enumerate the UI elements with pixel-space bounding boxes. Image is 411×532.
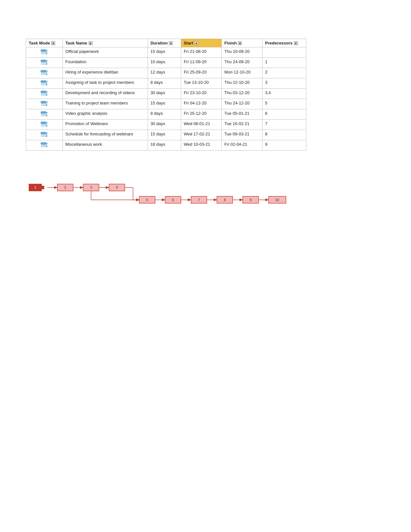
duration-cell: 15 days: [148, 130, 181, 140]
svg-marker-49: [46, 133, 47, 134]
svg-rect-30: [41, 101, 46, 103]
svg-marker-53: [46, 136, 47, 137]
task-mode-cell: [26, 99, 63, 109]
task-mode-cell: [26, 89, 63, 99]
nd-edge-3-5: [91, 191, 140, 200]
network-diagram: 1 2 3 4 5 6 7: [26, 176, 316, 215]
duration-cell: 15 days: [148, 99, 181, 109]
predecessors-cell: 5: [262, 99, 306, 109]
task-mode-cell: [26, 58, 63, 68]
finish-cell: Tue 05-01-21: [222, 109, 262, 120]
svg-text:3: 3: [90, 185, 92, 189]
sort-finish[interactable]: ▼: [238, 41, 242, 45]
col-header-duration: Duration ▼: [148, 39, 181, 47]
col-header-finish: Finish ▼: [222, 39, 262, 47]
finish-cell: Thu 24-09-20: [222, 58, 262, 68]
predecessors-cell: 6: [262, 109, 306, 120]
finish-cell: Thu 24-12-20: [222, 99, 262, 109]
sort-task-name[interactable]: ▼: [89, 41, 93, 45]
svg-marker-23: [46, 84, 47, 85]
svg-text:2: 2: [64, 185, 66, 189]
svg-marker-27: [46, 93, 47, 94]
finish-cell: Thu 10-09-20: [222, 47, 262, 58]
duration-cell: 15 days: [148, 47, 181, 58]
svg-marker-57: [46, 145, 47, 146]
svg-marker-59: [46, 146, 47, 147]
svg-text:10: 10: [275, 198, 279, 202]
duration-cell: 10 days: [148, 58, 181, 68]
svg-rect-6: [41, 60, 46, 62]
task-mode-icon: [41, 61, 48, 66]
sort-duration[interactable]: ▼: [169, 41, 173, 45]
svg-text:9: 9: [250, 198, 252, 202]
task-name-cell: Development and recording of videos: [63, 89, 148, 99]
table-row: Development and recording of videos30 da…: [26, 89, 306, 99]
svg-marker-47: [46, 125, 47, 127]
task-mode-icon: [41, 144, 48, 149]
duration-cell: 30 days: [148, 89, 181, 99]
svg-marker-55: [46, 143, 47, 144]
col-header-start: Start ▼: [181, 39, 221, 47]
task-name-cell: Training to project team members: [63, 99, 148, 109]
task-mode-icon: [41, 72, 48, 76]
task-mode-icon: [41, 133, 48, 138]
finish-cell: Fri 02-04-21: [222, 140, 262, 151]
svg-marker-37: [46, 112, 47, 113]
table-row: Schedule for forecasting of webinars15 d…: [26, 130, 306, 140]
nd-edge-4-5: [125, 188, 139, 200]
svg-rect-18: [41, 81, 46, 83]
svg-marker-33: [46, 103, 47, 105]
svg-rect-36: [41, 112, 46, 113]
table-row: Official paperwork15 daysFri 21-08-20Thu…: [26, 47, 306, 58]
svg-marker-19: [46, 81, 47, 82]
svg-text:4: 4: [116, 185, 118, 189]
table-row: Training to project team members15 daysF…: [26, 99, 306, 109]
task-mode-icon: [41, 113, 48, 118]
start-cell: Wed 17-02-21: [181, 130, 221, 140]
svg-marker-51: [46, 134, 47, 136]
svg-marker-21: [46, 83, 47, 84]
svg-marker-1: [46, 50, 47, 51]
svg-rect-12: [41, 70, 46, 72]
svg-marker-7: [46, 60, 47, 62]
nd-nub-1: [42, 186, 44, 189]
svg-marker-3: [46, 52, 47, 53]
predecessors-cell: 3,4: [262, 89, 306, 99]
svg-marker-35: [46, 105, 47, 106]
svg-text:6: 6: [172, 198, 174, 202]
predecessors-cell: 3: [262, 78, 306, 89]
task-name-cell: Video graphic analysis: [63, 109, 148, 120]
sort-task-mode[interactable]: ▼: [51, 41, 55, 45]
start-cell: Fri 21-08-20: [181, 47, 221, 58]
svg-text:1: 1: [34, 185, 36, 189]
svg-marker-43: [46, 122, 47, 123]
sort-predecessors[interactable]: ▼: [294, 41, 298, 45]
svg-text:7: 7: [198, 198, 200, 202]
table-row: Foundation10 daysFri 11-09-20Thu 24-09-2…: [26, 58, 306, 68]
svg-rect-24: [41, 91, 46, 93]
start-cell: Fri 23-10-20: [181, 89, 221, 99]
task-mode-icon: [41, 123, 48, 128]
task-mode-icon: [41, 92, 48, 97]
svg-rect-54: [41, 143, 46, 144]
svg-rect-0: [41, 50, 46, 52]
task-mode-cell: [26, 109, 63, 120]
finish-cell: Thu 03-12-20: [222, 89, 262, 99]
task-name-cell: Miscellaneous work: [63, 140, 148, 151]
finish-cell: Mon 12-10-20: [222, 68, 262, 78]
task-name-cell: Assigning of task to project members: [63, 78, 148, 89]
start-cell: Tue 13-10-20: [181, 78, 221, 89]
svg-rect-42: [41, 122, 46, 124]
task-name-cell: Hiring of experience dietitian: [63, 68, 148, 78]
sort-start[interactable]: ▼: [195, 41, 199, 45]
predecessors-cell: 7: [262, 120, 306, 130]
svg-marker-15: [46, 73, 47, 74]
svg-marker-45: [46, 124, 47, 125]
task-mode-icon: [41, 82, 48, 87]
task-name-cell: Foundation: [63, 58, 148, 68]
svg-marker-25: [46, 91, 47, 93]
project-table: Task Mode ▼ Task Name ▼ Duration ▼ Start: [26, 39, 306, 151]
task-mode-icon: [41, 103, 48, 107]
start-cell: Fri 25-09-20: [181, 68, 221, 78]
svg-marker-11: [46, 64, 47, 65]
